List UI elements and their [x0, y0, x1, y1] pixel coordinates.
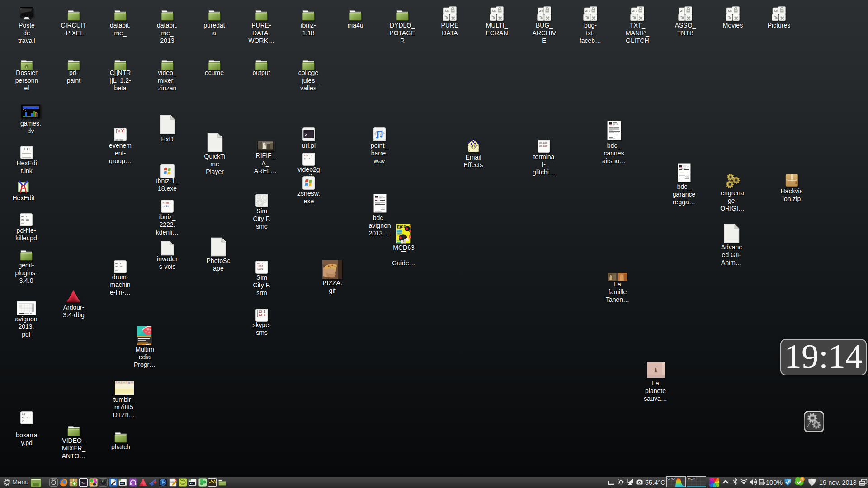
svg-text:ABC: ABC	[24, 147, 30, 151]
svg-text:AB: AB	[445, 9, 449, 13]
svg-text:Pd: Pd	[190, 482, 193, 485]
svg-text:#N c:: #N c:	[115, 262, 123, 265]
svg-text:[12:1: [12:1	[257, 310, 266, 314]
svg-text:prior: prior	[539, 145, 547, 148]
svg-text:[12:2: [12:2	[257, 314, 266, 317]
svg-text:<?xml: <?xml	[162, 202, 170, 205]
svg-text:#N c:: #N c:	[21, 215, 29, 218]
svg-text:#X .: #X .	[21, 222, 27, 225]
svg-text:#N c:: #N c:	[22, 413, 30, 416]
svg-text:cnnnu: cnnnu	[115, 138, 123, 141]
svg-text:# -*-: # -*-	[304, 157, 312, 160]
svg-text:#!/us: #!/us	[304, 154, 312, 157]
svg-text:AB: AB	[774, 9, 778, 13]
svg-text:1001: 1001	[257, 267, 264, 271]
svg-text:<mlt: <mlt	[162, 205, 169, 208]
svg-text:AB: AB	[728, 9, 732, 13]
svg-text:AB: AB	[585, 9, 590, 13]
svg-text:AB: AB	[539, 9, 544, 13]
svg-text:MEM: MEM	[688, 477, 696, 481]
svg-text:>_: >_	[305, 133, 310, 137]
svg-text:AB: AB	[492, 9, 496, 13]
svg-text:AB: AB	[632, 9, 637, 13]
svg-text:#X .: #X .	[115, 269, 121, 272]
svg-text:1: 1	[801, 477, 803, 481]
svg-text:prior: prior	[539, 141, 547, 145]
svg-text:AB: AB	[680, 9, 685, 13]
svg-text:#X o:: #X o:	[22, 416, 30, 419]
svg-text:#X .: #X .	[22, 420, 27, 423]
svg-text:CPU: CPU	[667, 477, 675, 481]
svg-text:>_: >_	[80, 480, 85, 484]
svg-text:[0ù]: [0ù]	[115, 129, 125, 134]
svg-text:#X o:: #X o:	[115, 265, 123, 268]
svg-text:Pd: Pd	[120, 482, 124, 485]
svg-text:#X o:: #X o:	[21, 218, 29, 221]
